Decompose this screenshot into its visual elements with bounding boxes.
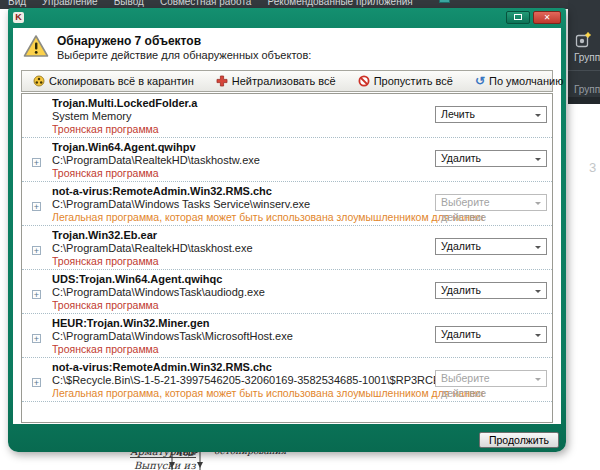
threat-classification: Троянская программа xyxy=(52,167,484,180)
threat-path: C:\$Recycle.Bin\S-1-5-21-3997546205-3206… xyxy=(52,374,452,387)
threat-name: HEUR:Trojan.Win32.Miner.gen xyxy=(52,317,452,330)
action-label: Выберите действие xyxy=(441,196,490,223)
action-label: Удалить xyxy=(441,328,481,340)
threat-name: Trojan.Win32.Eb.ear xyxy=(52,229,452,242)
chevron-down-icon xyxy=(535,334,541,340)
action-dropdown[interactable]: Удалить xyxy=(435,238,547,255)
chevron-down-icon xyxy=(535,158,541,164)
action-dropdown[interactable]: Выберите действие xyxy=(435,194,547,211)
kaspersky-detection-dialog: K ✕ Обнаружено 7 объектов Выберите дейст… xyxy=(8,8,566,452)
default-actions-button[interactable]: ↺ По умолчанию xyxy=(464,75,574,87)
list-item: + Trojan.Win32.Eb.ear C:\ProgramData\Rea… xyxy=(22,226,552,270)
action-label: Удалить xyxy=(441,284,481,296)
dialog-subtitle: Выберите действие для обнаруженных объек… xyxy=(57,49,311,61)
maximize-icon xyxy=(514,14,522,20)
menu-item-vyvod[interactable]: Вывод xyxy=(114,0,144,7)
menubar-app-icon[interactable] xyxy=(439,0,450,3)
undo-icon: ↺ xyxy=(475,75,485,87)
window-buttons: ✕ xyxy=(506,11,561,24)
quarantine-icon xyxy=(33,75,45,87)
chevron-down-icon xyxy=(535,202,541,208)
expand-icon[interactable]: + xyxy=(32,202,41,211)
list-item: + not-a-virus:RemoteAdmin.Win32.RMS.chc … xyxy=(22,182,552,226)
close-button[interactable]: ✕ xyxy=(533,11,561,24)
skip-all-button[interactable]: Пропустить всё xyxy=(347,75,464,87)
menu-item-rekomendovannye[interactable]: Рекомендованные приложения xyxy=(267,0,412,7)
threat-list: Trojan.Multi.LockedFolder.a System Memor… xyxy=(21,93,553,423)
menu-item-upravlenie[interactable]: Управление xyxy=(42,0,98,7)
action-label: Выберите действие xyxy=(441,372,490,399)
neutralize-all-button[interactable]: Нейтрализовать всё xyxy=(205,75,347,87)
threat-classification: Троянская программа xyxy=(52,255,484,268)
create-group-icon[interactable] xyxy=(575,32,591,52)
expand-icon[interactable]: + xyxy=(32,378,41,387)
list-item: + Trojan.Win64.Agent.qwihpv C:\ProgramDa… xyxy=(22,138,552,182)
threat-path: C:\ProgramData\Windows Tasks Service\win… xyxy=(52,198,452,211)
maximize-button[interactable] xyxy=(506,11,530,24)
threat-name: Trojan.Multi.LockedFolder.a xyxy=(52,97,452,110)
list-item: + HEUR:Trojan.Win32.Miner.gen C:\Program… xyxy=(22,314,552,358)
expand-icon[interactable]: + xyxy=(32,246,41,255)
action-toolbar: Скопировать всё в карантин Нейтрализоват… xyxy=(21,70,553,92)
menu-item-sovmestnaya-rabota[interactable]: Совместная работа xyxy=(160,0,252,7)
threat-path: C:\ProgramData\RealtekHD\taskhostw.exe xyxy=(52,154,452,167)
ribbon-panel-label: Групп xyxy=(574,84,600,95)
quarantine-all-label: Скопировать всё в карантин xyxy=(49,75,194,87)
warning-icon xyxy=(23,34,49,63)
background-ribbon-panel: Групп Групп xyxy=(568,0,600,104)
kaspersky-logo-icon: K xyxy=(13,12,24,23)
threat-classification: Легальная программа, которая может быть … xyxy=(52,211,484,224)
expand-icon[interactable]: + xyxy=(32,290,41,299)
threat-classification: Легальная программа, которая может быть … xyxy=(52,387,484,400)
action-label: Удалить xyxy=(441,152,481,164)
threat-name: not-a-virus:RemoteAdmin.Win32.RMS.chc xyxy=(52,185,452,198)
ribbon-panel-footer xyxy=(568,97,600,104)
action-dropdown[interactable]: Лечить xyxy=(435,106,547,123)
chevron-down-icon xyxy=(535,290,541,296)
default-actions-label: По умолчанию xyxy=(489,75,563,87)
threat-classification: Троянская программа xyxy=(52,343,484,356)
threat-name: Trojan.Win64.Agent.qwihpv xyxy=(52,141,452,154)
threat-path: C:\ProgramData\RealtekHD\taskhost.exe xyxy=(52,242,452,255)
action-dropdown[interactable]: Удалить xyxy=(435,326,547,343)
expand-icon[interactable]: + xyxy=(32,334,41,343)
skip-icon xyxy=(358,75,370,87)
action-dropdown[interactable]: Удалить xyxy=(435,282,547,299)
list-item: Trojan.Multi.LockedFolder.a System Memor… xyxy=(22,94,552,138)
chevron-down-icon xyxy=(535,378,541,384)
threat-name: UDS:Trojan.Win64.Agent.qwihqc xyxy=(52,273,452,286)
expand-icon[interactable]: + xyxy=(32,158,41,167)
threat-classification: Троянская программа xyxy=(52,299,484,312)
neutralize-icon xyxy=(216,75,228,87)
threat-path: C:\ProgramData\WindowsTask\audiodg.exe xyxy=(52,286,452,299)
ribbon-divider xyxy=(568,70,600,71)
background-page-number: 3 xyxy=(589,160,596,175)
action-dropdown[interactable]: Выберите действие xyxy=(435,370,547,387)
menu-item-vid[interactable]: Вид xyxy=(8,0,26,7)
dialog-content: Обнаружено 7 объектов Выберите действие … xyxy=(13,28,561,424)
skip-all-label: Пропустить всё xyxy=(374,75,453,87)
dialog-header: Обнаружено 7 объектов Выберите действие … xyxy=(13,28,561,70)
threat-path: System Memory xyxy=(52,110,452,123)
list-item: + not-a-virus:RemoteAdmin.Win32.RMS.chc … xyxy=(22,358,552,402)
neutralize-all-label: Нейтрализовать всё xyxy=(232,75,336,87)
threat-name: not-a-virus:RemoteAdmin.Win32.RMS.chc xyxy=(52,361,452,374)
threat-classification: Троянская программа xyxy=(52,123,484,136)
chevron-down-icon xyxy=(535,114,541,120)
dialog-titlebar[interactable]: K ✕ xyxy=(8,8,566,28)
dialog-title: Обнаружено 7 объектов xyxy=(57,34,201,48)
chevron-down-icon xyxy=(535,246,541,252)
group-button-label[interactable]: Групп xyxy=(574,52,600,63)
quarantine-all-button[interactable]: Скопировать всё в карантин xyxy=(22,75,205,87)
action-label: Удалить xyxy=(441,240,481,252)
threat-path: C:\ProgramData\WindowsTask\MicrosoftHost… xyxy=(52,330,452,343)
continue-button[interactable]: Продолжить xyxy=(479,432,559,448)
action-dropdown[interactable]: Удалить xyxy=(435,150,547,167)
list-item: + UDS:Trojan.Win64.Agent.qwihqc C:\Progr… xyxy=(22,270,552,314)
action-label: Лечить xyxy=(441,108,475,120)
